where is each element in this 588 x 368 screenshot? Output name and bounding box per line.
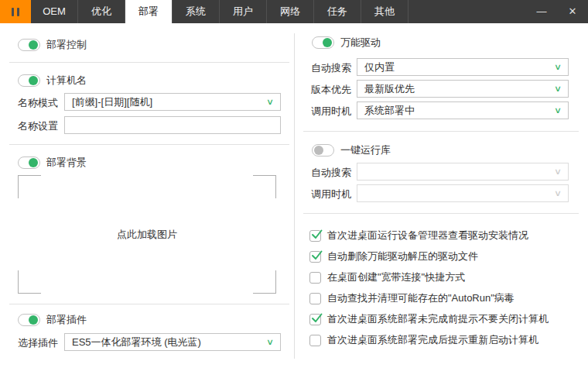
checkbox-label: 首次进桌面系统部署完成后提示重新启动计算机 (327, 333, 538, 347)
checkbox-label: 自动查找并清理可能存在的"AutoRun"病毒 (327, 291, 514, 305)
toggle-knob (314, 146, 323, 155)
name-mode-label: 名称模式 (18, 96, 58, 110)
pause-button[interactable] (0, 0, 31, 23)
library-invoke-timing-select[interactable]: ∨ (357, 184, 569, 202)
checkbox-delete-driver-files[interactable]: 自动删除万能驱动解压的驱动文件 (309, 250, 478, 263)
computer-name-label: 计算机名 (46, 74, 87, 88)
chevron-down-icon: ∨ (554, 105, 562, 115)
check-icon (310, 249, 323, 262)
toggle-knob (29, 40, 38, 50)
tab-oem[interactable]: OEM (31, 0, 78, 23)
library-invoke-timing-label: 调用时机 (311, 187, 351, 201)
pause-icon (12, 8, 14, 16)
version-priority-label: 版本优先 (311, 83, 351, 97)
checkbox-icon (309, 314, 321, 325)
tab-bar: OEM 优化 部署 系统 用户 网络 任务 其他 (31, 0, 409, 23)
name-mode-value: [前缀]-[日期][随机] (72, 95, 152, 109)
checkbox-icon (309, 335, 321, 346)
tab-network[interactable]: 网络 (267, 0, 314, 23)
load-image-hint: 点此加载图片 (18, 228, 276, 242)
deploy-plugin-row: 部署插件 (18, 313, 87, 327)
universal-driver-toggle[interactable] (312, 36, 334, 49)
name-setting-input[interactable] (64, 116, 281, 134)
window-controls: — ✕ (526, 0, 588, 23)
frame-corner-icon (18, 175, 41, 198)
computer-name-toggle[interactable] (18, 74, 40, 87)
deploy-control-row: 部署控制 (18, 38, 87, 52)
toggle-knob (323, 38, 332, 47)
checkbox-device-manager[interactable]: 首次进桌面运行设备管理器查看驱动安装情况 (309, 229, 528, 242)
section-divider (303, 213, 579, 214)
deploy-plugin-label: 部署插件 (46, 313, 87, 327)
checkbox-icon (309, 230, 321, 242)
pause-icon (17, 8, 19, 16)
driver-auto-search-value: 仅内置 (364, 60, 395, 74)
tab-task[interactable]: 任务 (314, 0, 361, 23)
checkbox-label: 在桌面创建"宽带连接"快捷方式 (327, 270, 465, 284)
section-divider (303, 131, 579, 132)
driver-auto-search-select[interactable]: 仅内置 ∨ (357, 58, 569, 76)
runtime-library-toggle[interactable] (312, 144, 334, 156)
version-priority-select[interactable]: 最新版优先 ∨ (357, 80, 569, 98)
driver-invoke-timing-value: 系统部署中 (364, 104, 415, 118)
select-plugin-value: ES5一体化部署环境 (电光蓝) (72, 335, 201, 349)
deploy-control-toggle[interactable] (18, 39, 40, 51)
computer-name-row: 计算机名 (18, 74, 87, 88)
version-priority-value: 最新版优先 (364, 82, 415, 96)
runtime-library-label: 一键运行库 (340, 143, 391, 157)
checkbox-icon (309, 251, 321, 263)
deploy-background-label: 部署背景 (46, 156, 87, 170)
checkbox-label: 首次进桌面运行设备管理器查看驱动安装情况 (327, 229, 528, 242)
tab-user[interactable]: 用户 (220, 0, 267, 23)
library-auto-search-label: 自动搜索 (311, 166, 351, 180)
library-auto-search-select[interactable]: ∨ (357, 163, 569, 181)
tab-system[interactable]: 系统 (173, 0, 220, 23)
section-divider (9, 144, 289, 145)
chevron-down-icon: ∨ (554, 84, 562, 94)
chevron-down-icon: ∨ (266, 337, 274, 347)
deploy-tab-panel: 部署控制 计算机名 名称模式 [前缀]-[日期][随机] ∨ 名称设置 部署背景… (0, 23, 588, 368)
checkbox-no-shutdown-prompt[interactable]: 首次进桌面系统部署未完成前提示不要关闭计算机 (309, 313, 549, 325)
column-divider (294, 33, 295, 359)
toggle-knob (29, 158, 38, 167)
name-mode-select[interactable]: [前缀]-[日期][随机] ∨ (64, 93, 281, 111)
chevron-down-icon: ∨ (266, 97, 274, 107)
tab-deploy[interactable]: 部署 (125, 0, 173, 23)
select-plugin-label: 选择插件 (18, 336, 58, 350)
checkbox-icon (309, 293, 321, 304)
minimize-button[interactable]: — (526, 0, 557, 23)
deploy-plugin-toggle[interactable] (18, 314, 40, 326)
checkbox-restart-prompt[interactable]: 首次进桌面系统部署完成后提示重新启动计算机 (309, 334, 538, 346)
section-divider (9, 62, 289, 63)
tab-other[interactable]: 其他 (361, 0, 409, 23)
close-button[interactable]: ✕ (557, 0, 588, 23)
checkbox-icon (309, 272, 321, 284)
checkbox-broadband-shortcut[interactable]: 在桌面创建"宽带连接"快捷方式 (309, 271, 465, 284)
driver-invoke-timing-select[interactable]: 系统部署中 ∨ (357, 101, 569, 119)
tab-optimize[interactable]: 优化 (78, 0, 125, 23)
universal-driver-row: 万能驱动 (312, 36, 381, 50)
deploy-background-row: 部署背景 (18, 156, 87, 170)
background-image-picker[interactable]: 点此加载图片 (18, 175, 276, 294)
chevron-down-icon: ∨ (554, 167, 562, 177)
section-divider (9, 304, 289, 304)
universal-driver-label: 万能驱动 (340, 36, 381, 50)
app-window: OEM 优化 部署 系统 用户 网络 任务 其他 — ✕ 部署控制 计算机名 名… (0, 0, 588, 368)
deploy-control-label: 部署控制 (46, 38, 87, 52)
frame-corner-icon (18, 270, 41, 294)
driver-invoke-timing-label: 调用时机 (311, 105, 351, 119)
check-icon (310, 228, 323, 241)
runtime-library-row: 一键运行库 (312, 143, 391, 157)
check-icon (310, 311, 323, 325)
checkbox-autorun-virus[interactable]: 自动查找并清理可能存在的"AutoRun"病毒 (309, 292, 514, 304)
titlebar: OEM 优化 部署 系统 用户 网络 任务 其他 — ✕ (0, 0, 588, 23)
chevron-down-icon: ∨ (554, 188, 562, 198)
frame-corner-icon (253, 175, 276, 198)
checkbox-label: 自动删除万能驱动解压的驱动文件 (327, 249, 478, 263)
name-setting-label: 名称设置 (18, 119, 58, 133)
toggle-knob (29, 315, 38, 325)
chevron-down-icon: ∨ (554, 62, 562, 72)
select-plugin-select[interactable]: ES5一体化部署环境 (电光蓝) ∨ (64, 333, 281, 351)
checkbox-label: 首次进桌面系统部署未完成前提示不要关闭计算机 (327, 312, 549, 326)
deploy-background-toggle[interactable] (18, 156, 40, 169)
